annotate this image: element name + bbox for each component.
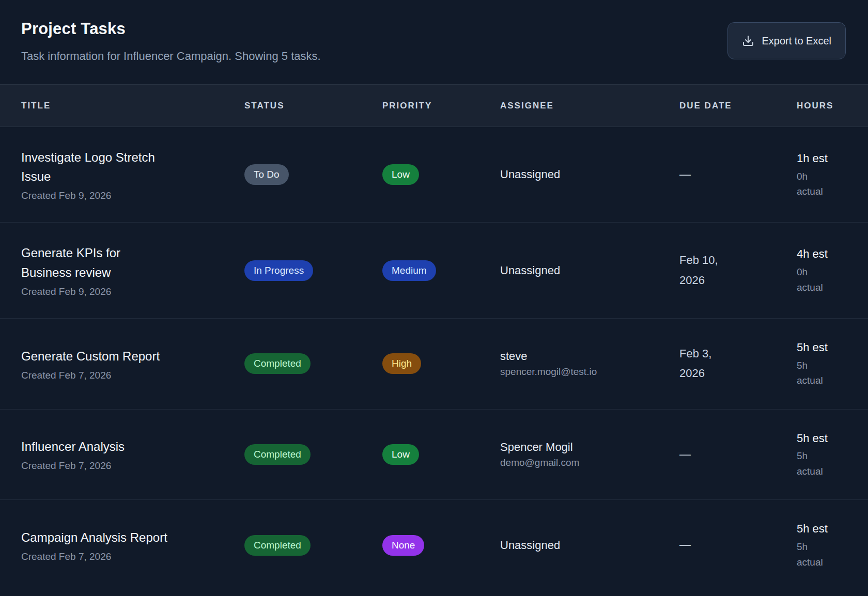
column-header-hours: HOURS	[797, 101, 868, 111]
status-badge: Completed	[244, 535, 311, 556]
download-icon	[742, 35, 754, 47]
priority-badge: High	[382, 353, 421, 374]
assignee-name: Unassigned	[500, 264, 679, 277]
page-title: Project Tasks	[21, 20, 846, 38]
task-created-date: Created Feb 7, 2026	[21, 460, 244, 472]
status-badge: To Do	[244, 164, 289, 185]
assignee-name: Unassigned	[500, 539, 679, 552]
column-header-title: TITLE	[0, 101, 244, 111]
task-title: Investigate Logo Stretch Issue	[21, 148, 168, 186]
task-created-date: Created Feb 9, 2026	[21, 190, 244, 201]
hours-actual: 0h actual	[797, 264, 834, 295]
hours-estimated: 5h est	[797, 430, 868, 447]
hours-actual: 5h actual	[797, 539, 834, 570]
priority-badge: Medium	[382, 260, 436, 281]
priority-badge: Low	[382, 444, 419, 465]
hours-cell: 5h est 5h actual	[797, 521, 868, 570]
assignee-email: spencer.mogil@test.io	[500, 366, 679, 378]
task-table-body: Investigate Logo Stretch Issue Created F…	[0, 127, 868, 590]
hours-cell: 1h est 0h actual	[797, 150, 868, 199]
hours-estimated: 4h est	[797, 246, 868, 262]
assignee-name: Spencer Mogil	[500, 441, 679, 454]
table-header-row: TITLE STATUS PRIORITY ASSIGNEE DUE DATE …	[0, 84, 868, 127]
task-title: Generate KPIs for Business review	[21, 243, 168, 281]
table-row: Investigate Logo Stretch Issue Created F…	[0, 127, 868, 223]
table-row: Generate KPIs for Business review Create…	[0, 223, 868, 318]
table-row: Influencer Analysis Created Feb 7, 2026 …	[0, 410, 868, 500]
page-header: Project Tasks Task information for Influ…	[0, 0, 868, 84]
task-title-cell: Generate KPIs for Business review Create…	[0, 243, 244, 297]
priority-cell: None	[382, 535, 500, 556]
column-header-due-date: DUE DATE	[679, 101, 797, 111]
assignee-name: Unassigned	[500, 168, 679, 181]
task-created-date: Created Feb 9, 2026	[21, 286, 244, 297]
task-title: Influencer Analysis	[21, 437, 168, 456]
status-badge: Completed	[244, 353, 311, 374]
hours-cell: 4h est 0h actual	[797, 246, 868, 295]
assignee-cell: Unassigned	[500, 539, 679, 552]
due-date: —	[679, 535, 739, 555]
task-title-cell: Campaign Analysis Report Created Feb 7, …	[0, 528, 244, 562]
due-date: —	[679, 445, 739, 465]
hours-estimated: 1h est	[797, 150, 868, 167]
hours-actual: 5h actual	[797, 448, 834, 479]
column-header-priority: PRIORITY	[382, 101, 500, 111]
task-title-cell: Investigate Logo Stretch Issue Created F…	[0, 148, 244, 201]
hours-actual: 5h actual	[797, 358, 834, 388]
column-header-assignee: ASSIGNEE	[500, 101, 679, 111]
due-date: —	[679, 165, 739, 185]
priority-cell: Medium	[382, 260, 500, 281]
assignee-cell: Unassigned	[500, 264, 679, 277]
task-created-date: Created Feb 7, 2026	[21, 370, 244, 381]
status-cell: In Progress	[244, 260, 382, 281]
task-title-cell: Influencer Analysis Created Feb 7, 2026	[0, 437, 244, 472]
priority-cell: Low	[382, 444, 500, 465]
priority-badge: Low	[382, 164, 419, 185]
hours-estimated: 5h est	[797, 521, 868, 537]
priority-cell: Low	[382, 164, 500, 185]
task-title-cell: Generate Custom Report Created Feb 7, 20…	[0, 347, 244, 381]
status-cell: To Do	[244, 164, 382, 185]
assignee-email: demo@gmail.com	[500, 457, 679, 468]
status-cell: Completed	[244, 444, 382, 465]
assignee-name: steve	[500, 350, 679, 363]
status-cell: Completed	[244, 535, 382, 556]
export-to-excel-button[interactable]: Export to Excel	[727, 22, 846, 59]
assignee-cell: Spencer Mogil demo@gmail.com	[500, 441, 679, 468]
column-header-status: STATUS	[244, 101, 382, 111]
hours-cell: 5h est 5h actual	[797, 339, 868, 388]
assignee-cell: Unassigned	[500, 168, 679, 181]
due-date: Feb 10, 2026	[679, 250, 739, 290]
hours-actual: 0h actual	[797, 169, 834, 199]
task-title: Campaign Analysis Report	[21, 528, 168, 547]
priority-cell: High	[382, 353, 500, 374]
export-button-label: Export to Excel	[762, 35, 831, 47]
table-row: Generate Custom Report Created Feb 7, 20…	[0, 319, 868, 410]
task-created-date: Created Feb 7, 2026	[21, 551, 244, 562]
table-row: Campaign Analysis Report Created Feb 7, …	[0, 500, 868, 590]
page-subtitle: Task information for Influencer Campaign…	[21, 50, 846, 63]
task-title: Generate Custom Report	[21, 347, 168, 366]
status-cell: Completed	[244, 353, 382, 374]
priority-badge: None	[382, 535, 424, 556]
status-badge: In Progress	[244, 260, 313, 281]
hours-cell: 5h est 5h actual	[797, 430, 868, 479]
status-badge: Completed	[244, 444, 311, 465]
assignee-cell: steve spencer.mogil@test.io	[500, 350, 679, 378]
due-date: Feb 3, 2026	[679, 344, 739, 384]
hours-estimated: 5h est	[797, 339, 868, 356]
